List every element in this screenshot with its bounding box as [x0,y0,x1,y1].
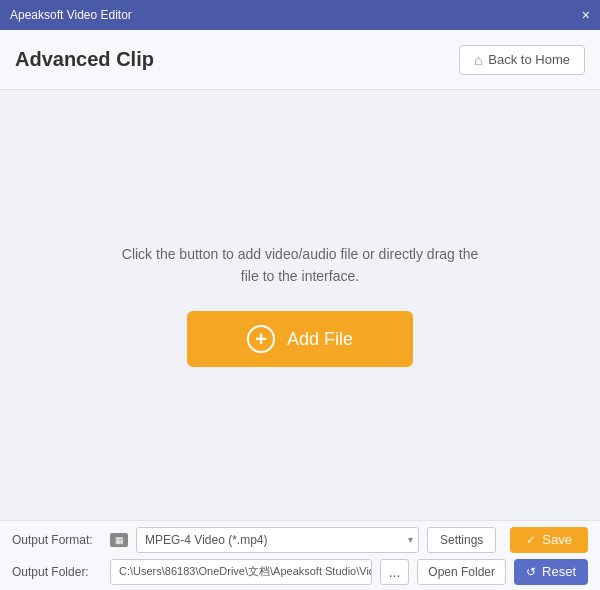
save-label: Save [542,532,572,547]
reset-label: Reset [542,564,576,579]
output-format-label: Output Format: [12,533,102,547]
add-file-button[interactable]: + Add File [187,311,413,367]
add-file-label: Add File [287,329,353,350]
output-folder-label: Output Folder: [12,565,102,579]
drop-message-line2: file to the interface. [241,268,359,284]
settings-button[interactable]: Settings [427,527,496,553]
close-button[interactable]: × [582,8,590,22]
back-to-home-label: Back to Home [488,52,570,67]
format-select-wrapper: MPEG-4 Video (*.mp4) ▾ [136,527,419,553]
folder-path: C:\Users\86183\OneDrive\文档\Apeaksoft Stu… [110,559,372,585]
save-icon: ✓ [526,533,536,547]
open-folder-button[interactable]: Open Folder [417,559,506,585]
output-folder-row: Output Folder: C:\Users\86183\OneDrive\文… [12,559,588,585]
format-select[interactable]: MPEG-4 Video (*.mp4) [136,527,419,553]
bottom-bar: Output Format: ▦ MPEG-4 Video (*.mp4) ▾ … [0,520,600,590]
page-title: Advanced Clip [15,48,154,71]
back-to-home-button[interactable]: ⌂ Back to Home [459,45,585,75]
save-button[interactable]: ✓ Save [510,527,588,553]
drop-message-line1: Click the button to add video/audio file… [122,246,478,262]
title-bar: Apeaksoft Video Editor × [0,0,600,30]
film-icon: ▦ [110,533,128,547]
home-icon: ⌂ [474,52,482,68]
drop-message: Click the button to add video/audio file… [122,243,478,288]
reset-icon: ↺ [526,565,536,579]
header: Advanced Clip ⌂ Back to Home [0,30,600,90]
app-title: Apeaksoft Video Editor [10,8,132,22]
output-format-row: Output Format: ▦ MPEG-4 Video (*.mp4) ▾ … [12,527,588,553]
plus-circle-icon: + [247,325,275,353]
action-buttons: ✓ Save [510,527,588,553]
dots-button[interactable]: ... [380,559,410,585]
reset-button[interactable]: ↺ Reset [514,559,588,585]
main-content: Click the button to add video/audio file… [0,90,600,520]
